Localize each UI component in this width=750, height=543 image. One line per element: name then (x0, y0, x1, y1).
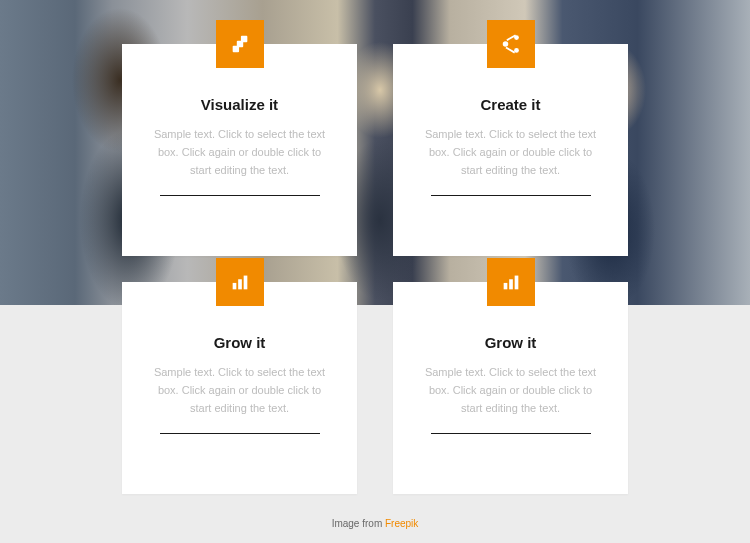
svg-rect-2 (232, 46, 238, 52)
share-icon (487, 20, 535, 68)
card-desc[interactable]: Sample text. Click to select the text bo… (417, 363, 604, 417)
divider (160, 433, 320, 434)
credit-link[interactable]: Freepik (385, 518, 418, 529)
svg-rect-10 (243, 276, 247, 290)
bars-icon (487, 258, 535, 306)
svg-rect-13 (514, 276, 518, 290)
card-grow-2: Grow it Sample text. Click to select the… (393, 282, 628, 494)
layers-icon (216, 20, 264, 68)
card-desc[interactable]: Sample text. Click to select the text bo… (146, 125, 333, 179)
bars-icon (216, 258, 264, 306)
divider (431, 433, 591, 434)
card-create: Create it Sample text. Click to select t… (393, 44, 628, 256)
card-title[interactable]: Grow it (146, 334, 333, 351)
card-desc[interactable]: Sample text. Click to select the text bo… (417, 125, 604, 179)
divider (160, 195, 320, 196)
card-title[interactable]: Grow it (417, 334, 604, 351)
svg-rect-12 (509, 279, 513, 289)
card-title[interactable]: Visualize it (146, 96, 333, 113)
divider (431, 195, 591, 196)
card-desc[interactable]: Sample text. Click to select the text bo… (146, 363, 333, 417)
image-credit: Image from Freepik (0, 518, 750, 529)
cards-grid: Visualize it Sample text. Click to selec… (122, 44, 628, 494)
credit-prefix: Image from (332, 518, 385, 529)
svg-rect-11 (503, 283, 507, 289)
card-title[interactable]: Create it (417, 96, 604, 113)
svg-rect-7 (505, 47, 515, 54)
svg-rect-8 (232, 283, 236, 289)
svg-rect-9 (238, 279, 242, 289)
card-grow-1: Grow it Sample text. Click to select the… (122, 282, 357, 494)
svg-point-3 (502, 41, 508, 47)
card-visualize: Visualize it Sample text. Click to selec… (122, 44, 357, 256)
